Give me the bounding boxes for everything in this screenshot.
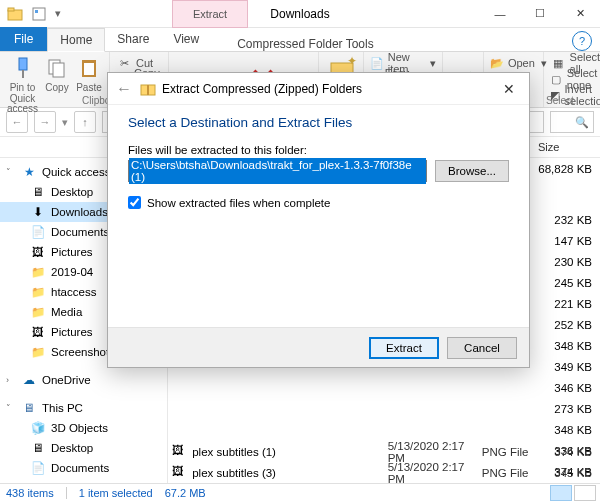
dialog-heading: Select a Destination and Extract Files	[128, 115, 509, 130]
extract-button[interactable]: Extract	[369, 337, 439, 359]
contextual-tab-extract: Extract	[172, 0, 248, 28]
explorer-icon[interactable]	[4, 3, 26, 25]
svg-text:✦: ✦	[347, 55, 357, 68]
column-size[interactable]: Size	[538, 141, 600, 153]
pin-quick-access-button[interactable]: Pin to Quick access	[6, 54, 39, 115]
size-cell: 232 KB	[538, 209, 600, 230]
close-window-button[interactable]: ✕	[560, 0, 600, 28]
status-selected-count: 1 item selected	[79, 487, 153, 499]
tab-file[interactable]: File	[0, 27, 47, 51]
open-button[interactable]: 📂Open▾	[490, 55, 537, 71]
file-icon: 🖼	[172, 444, 186, 460]
new-item-icon: 📄	[370, 55, 384, 71]
ribbon-group-select-label: Select	[546, 95, 574, 106]
file-row[interactable]: 🖼plex subtitles (1)5/13/2020 2:17 PMPNG …	[168, 441, 600, 462]
file-icon: 🖼	[172, 465, 186, 481]
search-box[interactable]: 🔍	[550, 111, 594, 133]
show-files-checkbox-label: Show extracted files when complete	[147, 197, 330, 209]
tab-view[interactable]: View	[161, 27, 211, 51]
dialog-back-button[interactable]: ←	[116, 80, 132, 98]
star-icon: ★	[21, 164, 37, 180]
nav-recent-dropdown[interactable]: ▾	[62, 116, 68, 129]
folder-icon: 📁	[30, 264, 46, 280]
folder-icon: 📄	[30, 460, 46, 476]
file-row[interactable]: 🖼plex subtitles (3)5/13/2020 2:17 PMPNG …	[168, 462, 600, 483]
folder-icon: ⬇	[30, 204, 46, 220]
cloud-icon: ☁	[21, 372, 37, 388]
scissors-icon: ✂	[116, 55, 132, 71]
svg-rect-9	[84, 63, 94, 75]
window-controls: — ☐ ✕	[480, 0, 600, 28]
search-icon: 🔍	[575, 116, 589, 129]
view-details-button[interactable]	[550, 485, 572, 501]
status-selected-size: 67.2 MB	[165, 487, 206, 499]
status-item-count: 438 items	[6, 487, 54, 499]
select-all-icon: ▦	[550, 55, 566, 71]
svg-rect-7	[53, 63, 64, 77]
ribbon-tabs: File Home Share View Compressed Folder T…	[0, 28, 600, 52]
qat-properties-icon[interactable]	[28, 3, 50, 25]
dialog-close-button[interactable]: ✕	[497, 81, 521, 97]
folder-icon: 🖼	[30, 324, 46, 340]
size-cell: 348 KB	[538, 335, 600, 356]
quick-access-toolbar: ▾	[0, 3, 68, 25]
svg-rect-2	[33, 8, 45, 20]
dialog-title: Extract Compressed (Zipped) Folders	[162, 82, 362, 96]
help-icon[interactable]: ?	[572, 31, 592, 51]
tab-home[interactable]: Home	[47, 28, 105, 52]
folder-icon: 🖥	[30, 184, 46, 200]
size-cell	[538, 179, 600, 209]
select-none-icon: ▢	[550, 71, 563, 87]
window-title: Downloads	[270, 7, 329, 21]
size-cell: 68,828 KB	[538, 158, 600, 179]
svg-rect-1	[8, 8, 14, 11]
tab-share[interactable]: Share	[105, 27, 161, 51]
qat-dropdown-icon[interactable]: ▾	[52, 3, 64, 25]
paste-button[interactable]: Paste	[75, 54, 103, 94]
open-icon: 📂	[490, 55, 504, 71]
size-cell: 230 KB	[538, 251, 600, 272]
browse-button[interactable]: Browse...	[435, 160, 509, 182]
svg-rect-4	[19, 58, 27, 70]
size-cell: 245 KB	[538, 272, 600, 293]
nav-up-button[interactable]: ↑	[74, 111, 96, 133]
dialog-footer: Extract Cancel	[108, 327, 529, 367]
title-bar: ▾ Extract Downloads — ☐ ✕	[0, 0, 600, 28]
paste-icon	[75, 54, 103, 82]
show-files-checkbox-input[interactable]	[128, 196, 141, 209]
view-large-icons-button[interactable]	[574, 485, 596, 501]
maximize-button[interactable]: ☐	[520, 0, 560, 28]
folder-icon: 📁	[30, 284, 46, 300]
tree-onedrive[interactable]: ›☁OneDrive	[0, 370, 167, 390]
zip-folder-icon	[140, 81, 156, 97]
size-cell: 147 KB	[538, 230, 600, 251]
folder-icon: 📁	[30, 344, 46, 360]
destination-path-input[interactable]: C:\Users\btsha\Downloads\trakt_for_plex-…	[128, 160, 427, 182]
minimize-button[interactable]: —	[480, 0, 520, 28]
show-files-checkbox[interactable]: Show extracted files when complete	[128, 196, 509, 209]
svg-rect-5	[22, 70, 24, 78]
folder-icon: 🖼	[30, 244, 46, 260]
size-cell: 221 KB	[538, 293, 600, 314]
size-cell: 348 KB	[538, 419, 600, 440]
tree-pc-desktop[interactable]: 🖥Desktop	[0, 438, 167, 458]
size-column-values: 68,828 KB232 KB147 KB230 KB245 KB221 KB2…	[538, 158, 600, 483]
copy-icon	[43, 54, 71, 82]
svg-rect-17	[147, 85, 149, 95]
folder-icon: 🧊	[30, 420, 46, 436]
pin-icon	[9, 54, 37, 82]
tree-this-pc[interactable]: ˅🖥This PC	[0, 398, 167, 418]
folder-icon: 🖥	[30, 440, 46, 456]
dialog-folder-label: Files will be extracted to this folder:	[128, 144, 509, 156]
cancel-button[interactable]: Cancel	[447, 337, 517, 359]
folder-icon: 📄	[30, 224, 46, 240]
size-cell: 346 KB	[538, 377, 600, 398]
folder-icon: 📁	[30, 304, 46, 320]
extract-dialog: ← Extract Compressed (Zipped) Folders ✕ …	[107, 72, 530, 368]
copy-button[interactable]: Copy	[43, 54, 71, 94]
status-bar: 438 items 1 item selected 67.2 MB	[0, 483, 600, 501]
tree-pc-documents[interactable]: 📄Documents	[0, 458, 167, 478]
monitor-icon: 🖥	[21, 400, 37, 416]
tree-pc-3d-objects[interactable]: 🧊3D Objects	[0, 418, 167, 438]
tab-compressed-tools[interactable]: Compressed Folder Tools	[229, 37, 382, 51]
